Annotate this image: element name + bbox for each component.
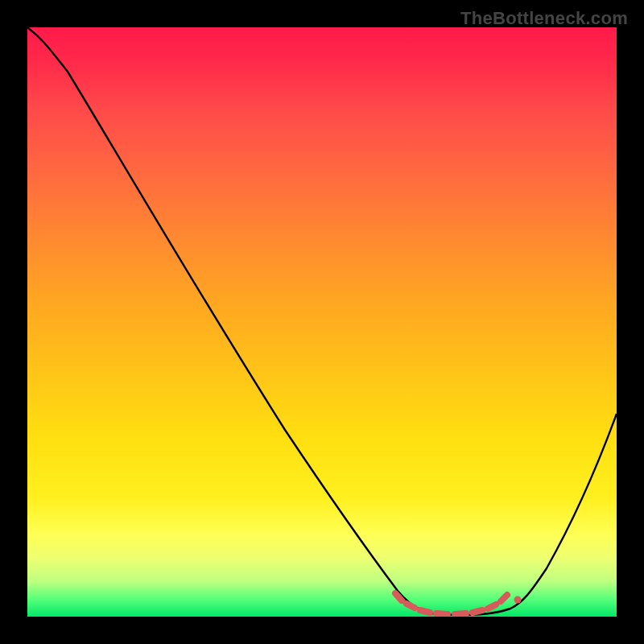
- watermark-text: TheBottleneck.com: [460, 8, 628, 29]
- valley-right-dot: [514, 597, 522, 604]
- curve-layer: [27, 27, 617, 617]
- optimal-range-marker: [395, 593, 507, 614]
- chart-frame: TheBottleneck.com: [0, 0, 644, 644]
- plot-area: [27, 27, 617, 617]
- bottleneck-curve: [27, 27, 617, 615]
